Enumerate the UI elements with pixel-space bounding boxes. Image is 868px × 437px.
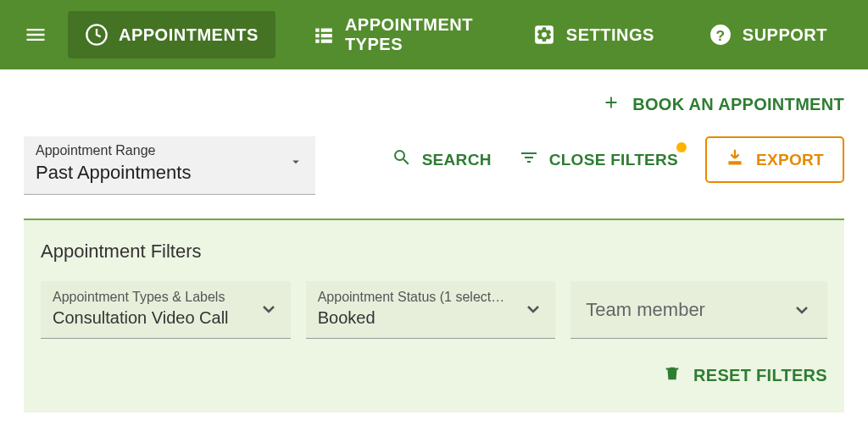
trash-reset-icon bbox=[663, 364, 682, 387]
nav-settings[interactable]: SETTINGS bbox=[515, 11, 671, 58]
filters-title: Appointment Filters bbox=[41, 241, 827, 263]
hamburger-icon bbox=[24, 23, 47, 47]
filter-active-badge bbox=[676, 142, 687, 152]
book-appointment-button[interactable]: BOOK AN APPOINTMENT bbox=[602, 93, 844, 116]
top-nav: APPOINTMENTS APPOINTMENT TYPES SETTINGS … bbox=[0, 0, 868, 69]
team-member-select[interactable]: Team member bbox=[570, 281, 827, 339]
chevron-down-icon bbox=[259, 299, 279, 319]
toolbar: Appointment Range Past Appointments SEAR… bbox=[24, 136, 844, 195]
filter-label: Appointment Status (1 select… bbox=[318, 290, 505, 305]
appointment-types-select[interactable]: Appointment Types & Labels Consultation … bbox=[41, 281, 291, 339]
download-icon bbox=[726, 148, 744, 171]
export-button[interactable]: EXPORT bbox=[705, 136, 844, 183]
nav-label: APPOINTMENTS bbox=[119, 25, 259, 45]
filter-value: Consultation Video Call bbox=[53, 308, 229, 328]
filter-placeholder: Team member bbox=[586, 299, 705, 321]
filter-label: Appointment Types & Labels bbox=[53, 290, 229, 305]
nav-label: SUPPORT bbox=[743, 25, 827, 45]
close-filters-label: CLOSE FILTERS bbox=[549, 151, 678, 169]
menu-button[interactable] bbox=[24, 23, 47, 47]
appointment-status-select[interactable]: Appointment Status (1 select… Booked bbox=[306, 281, 556, 339]
filter-value: Booked bbox=[318, 308, 505, 328]
toolbar-actions: SEARCH CLOSE FILTERS EXPORT bbox=[392, 136, 844, 183]
chevron-down-icon bbox=[523, 299, 543, 319]
main-content: BOOK AN APPOINTMENT Appointment Range Pa… bbox=[0, 69, 868, 412]
close-filters-button[interactable]: CLOSE FILTERS bbox=[519, 147, 678, 172]
gear-icon bbox=[532, 23, 556, 47]
nav-support[interactable]: ? SUPPORT bbox=[692, 11, 844, 58]
book-row: BOOK AN APPOINTMENT bbox=[24, 86, 844, 136]
list-icon bbox=[313, 23, 335, 47]
appointment-range-select[interactable]: Appointment Range Past Appointments bbox=[24, 136, 315, 195]
range-label: Appointment Range bbox=[36, 143, 191, 158]
reset-label: RESET FILTERS bbox=[693, 366, 827, 385]
plus-icon bbox=[602, 93, 620, 116]
clock-icon bbox=[85, 23, 108, 47]
search-button[interactable]: SEARCH bbox=[392, 147, 492, 172]
nav-label: APPOINTMENT TYPES bbox=[345, 15, 478, 54]
reset-filters-button[interactable]: RESET FILTERS bbox=[663, 364, 827, 387]
caret-down-icon bbox=[288, 154, 303, 173]
chevron-down-icon bbox=[792, 300, 812, 320]
nav-label: SETTINGS bbox=[566, 25, 654, 45]
nav-appointments[interactable]: APPOINTMENTS bbox=[68, 11, 275, 58]
range-value: Past Appointments bbox=[36, 162, 191, 184]
filter-icon bbox=[519, 147, 539, 172]
nav-appointment-types[interactable]: APPOINTMENT TYPES bbox=[296, 3, 495, 66]
filters-panel: Appointment Filters Appointment Types & … bbox=[24, 218, 844, 412]
filter-row: Appointment Types & Labels Consultation … bbox=[41, 281, 827, 339]
svg-text:?: ? bbox=[715, 27, 725, 44]
book-label: BOOK AN APPOINTMENT bbox=[632, 95, 844, 114]
search-label: SEARCH bbox=[422, 151, 492, 169]
reset-row: RESET FILTERS bbox=[41, 364, 827, 387]
search-icon bbox=[392, 147, 412, 172]
export-label: EXPORT bbox=[756, 151, 824, 169]
help-icon: ? bbox=[709, 23, 732, 47]
